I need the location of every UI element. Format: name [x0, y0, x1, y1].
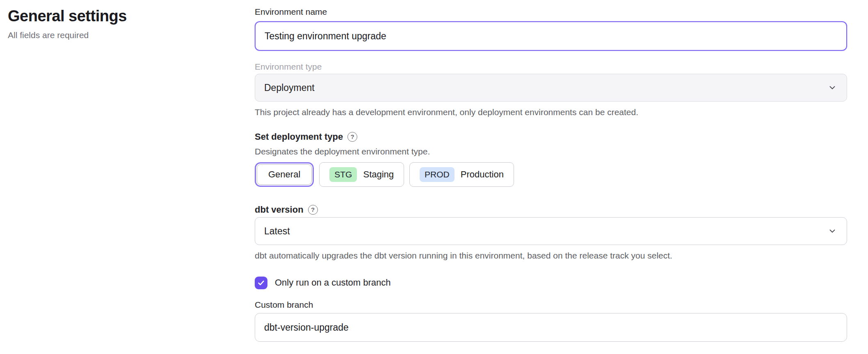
deployment-type-general-button[interactable]: General	[257, 164, 312, 185]
dbt-version-label-text: dbt version	[255, 203, 304, 216]
page-subtitle: All fields are required	[8, 30, 255, 41]
deployment-type-section-label: Set deployment type ?	[255, 130, 847, 143]
stg-badge: STG	[329, 167, 357, 182]
environment-type-value: Deployment	[264, 82, 315, 93]
environment-type-select: Deployment	[255, 74, 847, 102]
deployment-type-production-button[interactable]: PROD Production	[409, 162, 514, 187]
deployment-type-staging-button[interactable]: STG Staging	[319, 162, 404, 187]
help-icon[interactable]: ?	[308, 205, 318, 215]
dbt-version-value: Latest	[264, 226, 290, 237]
deployment-type-description: Designates the deployment environment ty…	[255, 146, 847, 157]
help-icon[interactable]: ?	[347, 132, 357, 142]
deployment-type-general-selected-ring: General	[255, 162, 314, 187]
custom-branch-toggle-row: Only run on a custom branch	[255, 276, 847, 289]
custom-branch-label: Custom branch	[255, 299, 847, 311]
environment-type-label: Environment type	[255, 61, 847, 73]
custom-branch-checkbox-label[interactable]: Only run on a custom branch	[275, 277, 391, 288]
chevron-down-icon	[828, 227, 837, 236]
settings-form: Environment name Environment type Deploy…	[255, 0, 847, 342]
custom-branch-input[interactable]	[255, 313, 847, 342]
settings-header: General settings All fields are required	[0, 0, 255, 342]
dbt-version-select[interactable]: Latest	[255, 217, 847, 245]
dbt-version-helper: dbt automatically upgrades the dbt versi…	[255, 250, 847, 261]
environment-settings-page: General settings All fields are required…	[0, 0, 868, 342]
custom-branch-checkbox[interactable]	[255, 277, 267, 289]
environment-name-label: Environment name	[255, 6, 847, 18]
general-option-label: General	[268, 169, 300, 180]
production-option-label: Production	[461, 169, 504, 180]
chevron-down-icon	[828, 83, 837, 92]
environment-type-helper: This project already has a development e…	[255, 107, 847, 118]
checkmark-icon	[257, 279, 265, 287]
deployment-type-label-text: Set deployment type	[255, 130, 343, 143]
deployment-type-options: General STG Staging PROD Production	[255, 162, 847, 187]
page-title: General settings	[8, 7, 255, 25]
prod-badge: PROD	[420, 167, 455, 182]
environment-name-input[interactable]	[255, 21, 847, 51]
dbt-version-section-label: dbt version ?	[255, 203, 847, 216]
staging-option-label: Staging	[363, 169, 394, 180]
